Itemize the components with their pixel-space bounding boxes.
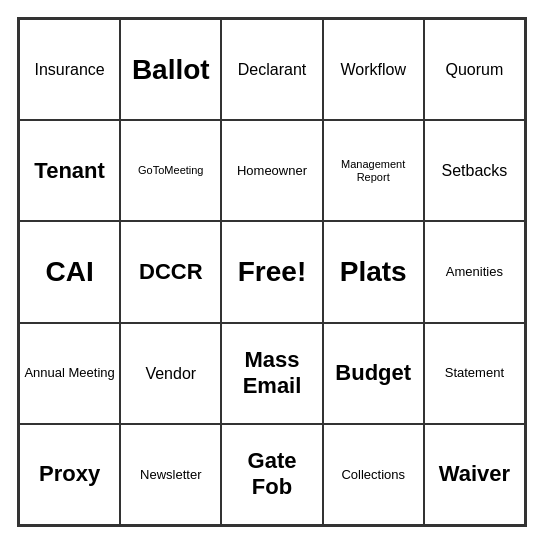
cell-label-12: Free! xyxy=(238,255,306,289)
cell-label-5: Tenant xyxy=(34,158,104,184)
cell-label-2: Declarant xyxy=(238,60,306,79)
cell-17: Mass Email xyxy=(221,323,322,424)
cell-label-24: Waiver xyxy=(439,461,510,487)
cell-label-3: Workflow xyxy=(340,60,406,79)
cell-16: Vendor xyxy=(120,323,221,424)
cell-6: GoToMeeting xyxy=(120,120,221,221)
cell-15: Annual Meeting xyxy=(19,323,120,424)
cell-11: DCCR xyxy=(120,221,221,322)
cell-7: Homeowner xyxy=(221,120,322,221)
cell-label-10: CAI xyxy=(45,255,93,289)
cell-4: Quorum xyxy=(424,19,525,120)
cell-label-22: Gate Fob xyxy=(226,448,317,501)
cell-label-19: Statement xyxy=(445,365,504,381)
cell-label-20: Proxy xyxy=(39,461,100,487)
cell-10: CAI xyxy=(19,221,120,322)
cell-18: Budget xyxy=(323,323,424,424)
cell-label-21: Newsletter xyxy=(140,467,201,483)
cell-20: Proxy xyxy=(19,424,120,525)
cell-2: Declarant xyxy=(221,19,322,120)
cell-label-15: Annual Meeting xyxy=(24,365,114,381)
cell-label-6: GoToMeeting xyxy=(138,164,203,177)
bingo-card: InsuranceBallotDeclarantWorkflowQuorumTe… xyxy=(17,17,527,527)
cell-label-1: Ballot xyxy=(132,53,210,87)
cell-13: Plats xyxy=(323,221,424,322)
cell-label-18: Budget xyxy=(335,360,411,386)
cell-label-14: Amenities xyxy=(446,264,503,280)
cell-label-8: Management Report xyxy=(328,158,419,184)
cell-label-0: Insurance xyxy=(34,60,104,79)
cell-5: Tenant xyxy=(19,120,120,221)
cell-label-11: DCCR xyxy=(139,259,203,285)
cell-label-16: Vendor xyxy=(145,364,196,383)
cell-22: Gate Fob xyxy=(221,424,322,525)
cell-label-23: Collections xyxy=(341,467,405,483)
cell-24: Waiver xyxy=(424,424,525,525)
cell-9: Setbacks xyxy=(424,120,525,221)
cell-label-17: Mass Email xyxy=(226,347,317,400)
cell-label-4: Quorum xyxy=(445,60,503,79)
cell-label-13: Plats xyxy=(340,255,407,289)
cell-12: Free! xyxy=(221,221,322,322)
cell-0: Insurance xyxy=(19,19,120,120)
cell-1: Ballot xyxy=(120,19,221,120)
cell-label-9: Setbacks xyxy=(441,161,507,180)
cell-23: Collections xyxy=(323,424,424,525)
cell-21: Newsletter xyxy=(120,424,221,525)
cell-3: Workflow xyxy=(323,19,424,120)
cell-8: Management Report xyxy=(323,120,424,221)
cell-label-7: Homeowner xyxy=(237,163,307,179)
cell-14: Amenities xyxy=(424,221,525,322)
cell-19: Statement xyxy=(424,323,525,424)
